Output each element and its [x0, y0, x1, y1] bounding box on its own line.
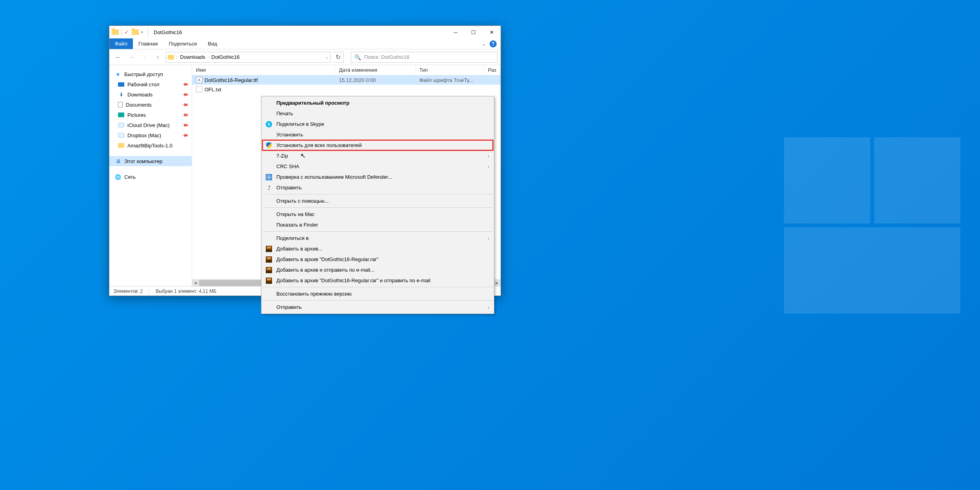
titlebar[interactable]: ✓ ▾ DotGothic16 ─ ☐ ✕ [109, 26, 501, 38]
menu-send-to[interactable]: Отправить› [262, 302, 493, 312]
tab-share[interactable]: Поделиться [163, 38, 202, 49]
menu-separator [263, 231, 493, 232]
search-icon: 🔍 [354, 54, 361, 60]
tab-home[interactable]: Главная [133, 38, 163, 49]
separator [121, 29, 122, 36]
nav-documents[interactable]: Documents📌 [109, 100, 192, 110]
separator [148, 29, 148, 36]
nav-dropbox[interactable]: Dropbox (Mac)📌 [109, 130, 192, 140]
folder-icon [168, 55, 174, 60]
scroll-right-icon[interactable]: ► [494, 280, 501, 286]
folder-icon[interactable] [132, 29, 139, 35]
column-date[interactable]: Дата изменения [335, 65, 416, 75]
menu-send[interactable]: ⤴Отправить [262, 182, 493, 193]
menu-7zip[interactable]: 7-Zip› [262, 151, 493, 161]
rar-icon [265, 267, 272, 274]
menu-separator [263, 287, 493, 287]
menu-separator [263, 300, 493, 301]
address-dropdown-icon[interactable]: ⌄ [325, 55, 328, 59]
column-headers: Имя˄ Дата изменения Тип Раз [192, 65, 501, 75]
folder-icon [118, 143, 124, 148]
menu-add-email[interactable]: Добавить в архив и отправить по e-mail..… [262, 265, 493, 275]
chevron-right-icon: › [488, 305, 489, 310]
breadcrumb-segment[interactable]: Downloads [180, 54, 205, 60]
window-title: DotGothic16 [154, 29, 182, 35]
rar-icon [265, 245, 272, 252]
chevron-right-icon[interactable]: › [208, 55, 209, 59]
collapse-ribbon-icon[interactable]: ⌄ [482, 41, 486, 47]
breadcrumb-segment[interactable]: DotGothic16 [211, 54, 240, 60]
desktop-wallpaper-accent [784, 137, 980, 333]
download-icon: ⬇ [118, 91, 124, 98]
menu-crc-sha[interactable]: CRC SHA› [262, 161, 493, 172]
column-name[interactable]: Имя˄ [192, 65, 335, 75]
menu-install[interactable]: Установить [262, 129, 493, 140]
forward-button[interactable]: → [126, 52, 137, 63]
rar-icon [265, 277, 272, 284]
menu-skype[interactable]: SПоделиться в Skype [262, 119, 493, 129]
menu-share-in[interactable]: Поделиться в› [262, 233, 493, 243]
document-icon [118, 102, 123, 107]
nav-folder-amazfit[interactable]: AmazfitBipTools-1.0 [109, 140, 192, 151]
menu-separator [263, 194, 493, 194]
status-item-count: Элементов: 2 [113, 289, 143, 294]
share-icon: ⤴ [265, 184, 272, 191]
nav-quick-access[interactable]: ★Быстрый доступ [109, 69, 192, 79]
context-menu: Предварительный просмотр Печать SПоделит… [261, 96, 494, 314]
defender-icon [265, 174, 272, 181]
maximize-button[interactable]: ☐ [465, 26, 483, 38]
menu-open-with[interactable]: Открыть с помощью... [262, 196, 493, 206]
recent-dropdown-icon[interactable]: ⌄ [139, 52, 150, 63]
menu-restore-version[interactable]: Восстановить прежнюю версию [262, 289, 493, 299]
nav-desktop[interactable]: Рабочий стол📌 [109, 79, 192, 89]
star-icon: ★ [115, 71, 121, 77]
menu-install-all-users[interactable]: Установить для всех пользователей [262, 140, 493, 151]
menu-separator [263, 207, 493, 208]
column-type[interactable]: Тип [416, 65, 484, 75]
tab-file[interactable]: Файл [109, 38, 133, 49]
back-button[interactable]: ← [113, 52, 123, 63]
close-button[interactable]: ✕ [483, 26, 501, 38]
qat-dropdown-icon[interactable]: ▾ [141, 30, 143, 34]
pin-icon: 📌 [181, 80, 189, 88]
properties-icon[interactable]: ✓ [124, 29, 129, 35]
nav-this-pc[interactable]: 🖥Этот компьютер [109, 156, 192, 166]
menu-open-mac[interactable]: Открыть на Mac [262, 209, 493, 220]
navigation-bar: ← → ⌄ ↑ › Downloads › DotGothic16 ⌄ ↻ 🔍 … [109, 49, 501, 65]
menu-add-archive[interactable]: Добавить в архив... [262, 243, 493, 254]
menu-defender[interactable]: Проверка с использованием Microsoft Defe… [262, 172, 493, 182]
nav-network[interactable]: 🌐Сеть [109, 172, 192, 182]
minimize-button[interactable]: ─ [446, 26, 465, 38]
menu-add-rar-email[interactable]: Добавить в архив "DotGothic16-Regular.ra… [262, 275, 493, 286]
quick-access-toolbar: ✓ ▾ [109, 29, 145, 36]
refresh-button[interactable]: ↻ [333, 52, 344, 63]
navigation-pane: ★Быстрый доступ Рабочий стол📌 ⬇Downloads… [109, 65, 192, 286]
shield-icon [265, 142, 272, 149]
file-row[interactable]: OFL.txt [192, 85, 501, 94]
help-icon[interactable]: ? [490, 40, 497, 47]
menu-add-rar[interactable]: Добавить в архив "DotGothic16-Regular.ra… [262, 254, 493, 265]
pin-icon: 📌 [181, 91, 189, 98]
menu-preview[interactable]: Предварительный просмотр [262, 98, 493, 108]
file-row[interactable]: ADotGothic16-Regular.ttf 15.12.2020 0:00… [192, 75, 501, 85]
nav-pictures[interactable]: Pictures📌 [109, 110, 192, 120]
search-box[interactable]: 🔍 Поиск: DotGothic16 [351, 52, 497, 63]
tab-view[interactable]: Вид [202, 38, 223, 49]
chevron-right-icon[interactable]: › [176, 55, 178, 59]
text-file-icon [196, 86, 202, 93]
font-file-icon: A [196, 77, 202, 83]
menu-print[interactable]: Печать [262, 108, 493, 119]
address-bar[interactable]: › Downloads › DotGothic16 ⌄ [166, 52, 330, 63]
up-button[interactable]: ↑ [152, 52, 163, 63]
pin-icon: 📌 [181, 101, 189, 108]
column-size[interactable]: Раз [484, 65, 501, 75]
menu-show-finder[interactable]: Показать в Finder [262, 220, 493, 230]
nav-downloads[interactable]: ⬇Downloads📌 [109, 89, 192, 100]
dropbox-icon [118, 133, 124, 138]
pin-icon: 📌 [181, 131, 189, 139]
pc-icon: 🖥 [115, 158, 121, 164]
nav-icloud[interactable]: iCloud Drive (Mac)📌 [109, 120, 192, 130]
scroll-left-icon[interactable]: ◄ [192, 280, 199, 286]
status-selection: Выбран 1 элемент: 4,11 МБ [156, 289, 216, 294]
rar-icon [265, 256, 272, 263]
